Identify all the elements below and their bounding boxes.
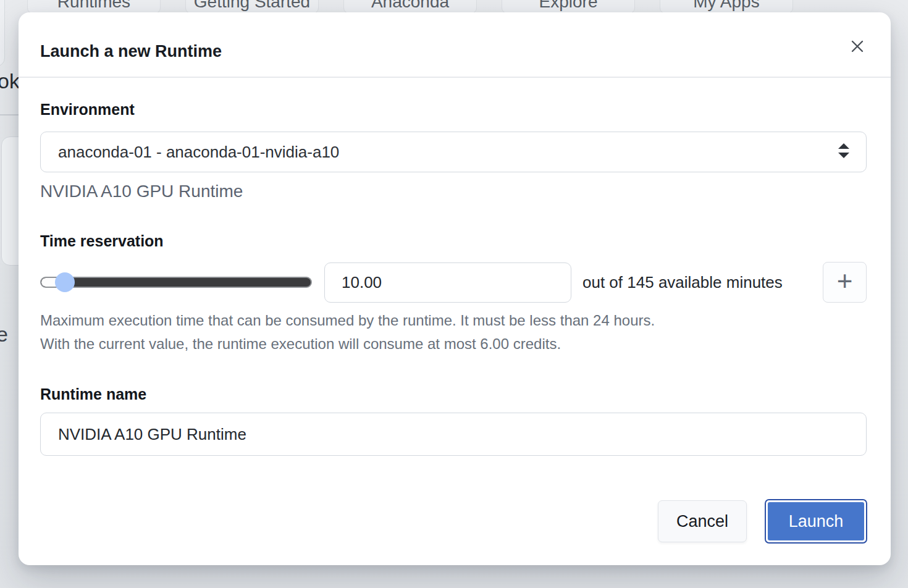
background-panel-edge <box>0 0 5 67</box>
runtime-name-input[interactable] <box>40 413 867 456</box>
environment-description: NVIDIA A10 GPU Runtime <box>40 182 243 201</box>
tab-anaconda[interactable]: Anaconda <box>343 0 477 14</box>
close-button[interactable] <box>845 34 870 59</box>
plus-icon: + <box>837 267 853 295</box>
tab-explore[interactable]: Explore <box>502 0 635 14</box>
header-divider <box>19 77 891 78</box>
time-help-line-1: Maximum execution time that can be consu… <box>40 312 655 329</box>
tab-label: Explore <box>539 0 598 12</box>
tab-runtimes[interactable]: Runtimes <box>27 0 161 14</box>
cancel-button[interactable]: Cancel <box>658 500 747 542</box>
close-icon <box>850 39 865 54</box>
select-updown-icon <box>836 142 851 162</box>
page-root: Runtimes Getting Started Anaconda Explor… <box>0 0 908 588</box>
tab-label: My Apps <box>693 0 759 12</box>
tab-label: Getting Started <box>194 0 310 12</box>
environment-select[interactable]: anaconda-01 - anaconda-01-nvidia-a10 <box>40 132 867 172</box>
background-partial-text: ok <box>0 69 20 93</box>
background-partial-text: e <box>0 322 8 346</box>
environment-label: Environment <box>40 101 135 119</box>
time-value-input[interactable] <box>324 262 571 303</box>
time-reservation-label: Time reservation <box>40 232 164 250</box>
launch-button[interactable]: Launch <box>765 499 867 544</box>
tab-my-apps[interactable]: My Apps <box>660 0 793 14</box>
runtime-name-label: Runtime name <box>40 385 146 403</box>
slider-thumb[interactable] <box>55 272 75 292</box>
cancel-button-label: Cancel <box>676 512 728 531</box>
tab-getting-started[interactable]: Getting Started <box>185 0 319 14</box>
time-slider[interactable] <box>40 264 312 300</box>
launch-runtime-modal: Launch a new Runtime Environment anacond… <box>19 12 891 565</box>
launch-button-label: Launch <box>789 512 844 531</box>
slider-track[interactable] <box>40 277 312 288</box>
add-time-button[interactable]: + <box>823 262 867 303</box>
launch-button-fill: Launch <box>768 502 864 540</box>
time-help-line-2: With the current value, the runtime exec… <box>40 335 561 353</box>
environment-selected-option: anaconda-01 - anaconda-01-nvidia-a10 <box>58 143 339 162</box>
tab-label: Runtimes <box>57 0 130 12</box>
tab-label: Anaconda <box>371 0 449 12</box>
available-minutes-text: out of 145 available minutes <box>582 262 783 303</box>
modal-title: Launch a new Runtime <box>40 42 222 61</box>
